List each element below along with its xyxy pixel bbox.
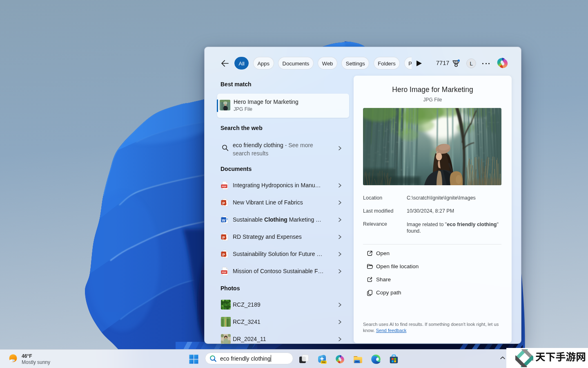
svg-text:PDF: PDF (222, 271, 227, 274)
svg-text:PRE: PRE (322, 361, 326, 364)
svg-text:P: P (223, 201, 225, 205)
svg-text:P: P (223, 252, 225, 257)
svg-text:P: P (223, 235, 225, 240)
svg-text:PDF: PDF (222, 185, 227, 188)
svg-text:W: W (222, 218, 226, 222)
